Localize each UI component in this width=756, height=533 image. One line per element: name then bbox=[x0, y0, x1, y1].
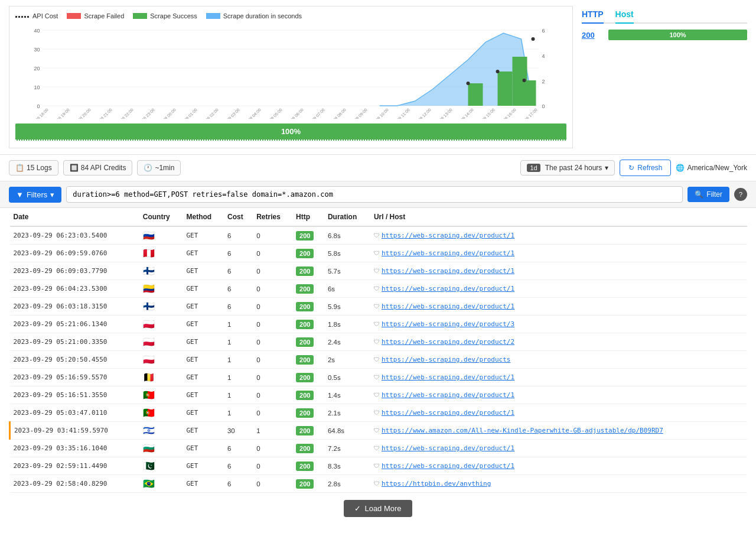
cell-method: GET bbox=[183, 245, 223, 262]
cell-country: 🇨🇴 bbox=[139, 280, 183, 298]
url-link[interactable]: https://web-scraping.dev/product/1 bbox=[382, 391, 514, 399]
url-link[interactable]: https://web-scraping.dev/product/1 bbox=[382, 303, 514, 310]
svg-text:28 21:00: 28 21:00 bbox=[99, 108, 113, 119]
help-icon: ? bbox=[739, 191, 742, 198]
url-link[interactable]: https://web-scraping.dev/product/1 bbox=[382, 444, 514, 452]
svg-point-20 bbox=[496, 70, 500, 73]
cell-method: GET bbox=[183, 386, 223, 404]
svg-text:28 20:00: 28 20:00 bbox=[77, 108, 92, 119]
url-link[interactable]: https://web-scraping.dev/product/1 bbox=[382, 232, 514, 239]
svg-rect-18 bbox=[524, 80, 536, 106]
cell-date: 2023-09-29 02:58:40.8290 bbox=[10, 475, 139, 493]
url-link[interactable]: https://web-scraping.dev/products bbox=[382, 356, 511, 363]
filters-label: Filters bbox=[27, 190, 47, 199]
cell-http: 200 bbox=[292, 262, 324, 280]
interval-badge[interactable]: 🕐 ~1min bbox=[137, 160, 181, 176]
svg-text:28 19:00: 28 19:00 bbox=[56, 108, 70, 119]
cell-cost: 6 bbox=[224, 245, 253, 262]
cell-country: 🇧🇬 bbox=[139, 440, 183, 457]
table-row: 2023-09-29 02:58:40.8290 🇧🇷 GET 6 0 200 … bbox=[10, 475, 748, 493]
cell-date: 2023-09-29 06:09:03.7790 bbox=[10, 262, 139, 280]
cell-http: 200 bbox=[292, 440, 324, 457]
cell-duration: 6.8s bbox=[324, 226, 370, 245]
filter-input[interactable] bbox=[66, 186, 683, 203]
cell-url: 🛡https://web-scraping.dev/product/1 bbox=[370, 457, 747, 475]
right-panel: HTTP Host 200 100% bbox=[582, 6, 747, 148]
cell-cost: 6 bbox=[224, 262, 253, 280]
legend-scrape-duration: Scrape duration in seconds bbox=[206, 12, 302, 20]
url-link[interactable]: https://web-scraping.dev/product/2 bbox=[382, 338, 514, 346]
refresh-button[interactable]: ↻ Refresh bbox=[620, 160, 671, 176]
url-link[interactable]: https://web-scraping.dev/product/3 bbox=[382, 320, 514, 328]
col-http: Http bbox=[292, 208, 324, 226]
table-row: 2023-09-29 03:41:59.5970 🇮🇱 GET 30 1 200… bbox=[10, 422, 748, 440]
cell-url: 🛡https://web-scraping.dev/product/3 bbox=[370, 316, 747, 333]
cell-method: GET bbox=[183, 316, 223, 333]
cell-method: GET bbox=[183, 280, 223, 298]
logs-badge[interactable]: 📋 15 Logs bbox=[9, 160, 58, 176]
cell-country: 🇫🇮 bbox=[139, 298, 183, 316]
cell-method: GET bbox=[183, 475, 223, 493]
svg-text:29 10:00: 29 10:00 bbox=[375, 108, 389, 119]
svg-point-21 bbox=[523, 79, 526, 82]
url-link[interactable]: https://web-scraping.dev/product/1 bbox=[382, 409, 514, 417]
cell-date: 2023-09-29 06:04:23.5300 bbox=[10, 280, 139, 298]
svg-text:29 12:00: 29 12:00 bbox=[418, 108, 432, 119]
cell-duration: 5.8s bbox=[324, 245, 370, 262]
credits-icon: 🔲 bbox=[70, 164, 79, 172]
credits-badge[interactable]: 🔲 84 API Credits bbox=[63, 160, 133, 176]
svg-rect-15 bbox=[468, 83, 483, 106]
cell-http: 200 bbox=[292, 422, 324, 440]
svg-text:30: 30 bbox=[34, 47, 40, 53]
url-link[interactable]: https://httpbin.dev/anything bbox=[382, 480, 491, 488]
cell-url: 🛡https://web-scraping.dev/product/1 bbox=[370, 226, 747, 245]
cell-http: 200 bbox=[292, 475, 324, 493]
load-more-button[interactable]: ✓ Load More bbox=[344, 500, 412, 517]
tab-host[interactable]: Host bbox=[615, 6, 634, 24]
cell-country: 🇵🇰 bbox=[139, 457, 183, 475]
http-stat-row: 200 100% bbox=[582, 30, 747, 40]
url-link[interactable]: https://web-scraping.dev/product/1 bbox=[382, 267, 514, 275]
col-country: Country bbox=[139, 208, 183, 226]
url-link[interactable]: https://web-scraping.dev/product/1 bbox=[382, 249, 514, 257]
tab-http[interactable]: HTTP bbox=[582, 6, 604, 24]
url-link[interactable]: https://web-scraping.dev/product/1 bbox=[382, 373, 514, 381]
timezone-label: America/New_York bbox=[687, 164, 747, 172]
filter-icon: ▼ bbox=[16, 190, 24, 199]
filter-row: ▼ Filters ▾ 🔍 Filter ? bbox=[0, 181, 756, 208]
help-button[interactable]: ? bbox=[734, 188, 747, 201]
cell-country: 🇫🇮 bbox=[139, 262, 183, 280]
svg-text:29 01:00: 29 01:00 bbox=[184, 108, 198, 119]
cell-cost: 1 bbox=[224, 316, 253, 333]
col-method: Method bbox=[183, 208, 223, 226]
cell-http: 200 bbox=[292, 404, 324, 422]
scrape-duration-swatch bbox=[206, 13, 220, 19]
cell-date: 2023-09-29 06:09:59.0760 bbox=[10, 245, 139, 262]
filters-button[interactable]: ▼ Filters ▾ bbox=[9, 187, 61, 203]
cell-http: 200 bbox=[292, 226, 324, 245]
url-link[interactable]: https://web-scraping.dev/product/1 bbox=[382, 462, 514, 470]
svg-text:29 07:00: 29 07:00 bbox=[311, 108, 325, 119]
api-cost-swatch bbox=[15, 16, 30, 18]
url-link[interactable]: https://www.amazon.com/All-new-Kindle-Pa… bbox=[382, 427, 663, 434]
svg-text:29 05:00: 29 05:00 bbox=[269, 108, 283, 119]
cell-date: 2023-09-29 06:23:03.5400 bbox=[10, 226, 139, 245]
cell-http: 200 bbox=[292, 369, 324, 386]
success-bar: 100% bbox=[15, 124, 566, 141]
cell-date: 2023-09-29 05:20:50.4550 bbox=[10, 351, 139, 369]
cell-cost: 6 bbox=[224, 298, 253, 316]
time-selector[interactable]: 1d The past 24 hours ▾ bbox=[520, 160, 615, 176]
cell-duration: 2.4s bbox=[324, 333, 370, 351]
cell-date: 2023-09-29 03:41:59.5970 bbox=[10, 422, 139, 440]
url-link[interactable]: https://web-scraping.dev/product/1 bbox=[382, 285, 514, 292]
cell-url: 🛡https://web-scraping.dev/product/1 bbox=[370, 386, 747, 404]
cell-duration: 1.8s bbox=[324, 316, 370, 333]
search-icon: 🔍 bbox=[695, 190, 703, 199]
cell-cost: 6 bbox=[224, 226, 253, 245]
table-row: 2023-09-29 03:35:16.1040 🇧🇬 GET 6 0 200 … bbox=[10, 440, 748, 457]
http-code[interactable]: 200 bbox=[582, 31, 602, 40]
table-row: 2023-09-29 06:09:03.7790 🇫🇮 GET 6 0 200 … bbox=[10, 262, 748, 280]
filter-search-button[interactable]: 🔍 Filter bbox=[687, 187, 729, 202]
cell-country: 🇮🇱 bbox=[139, 422, 183, 440]
legend-api-cost: API Cost bbox=[15, 12, 58, 20]
